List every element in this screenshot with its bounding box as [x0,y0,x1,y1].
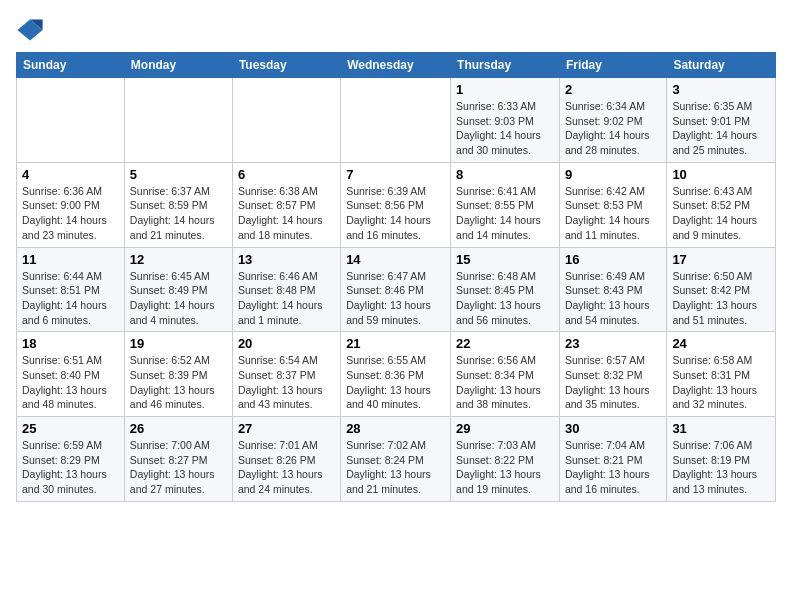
day-number: 26 [130,421,227,436]
day-info: Sunrise: 6:33 AMSunset: 9:03 PMDaylight:… [456,99,554,158]
day-number: 30 [565,421,661,436]
calendar-cell: 1Sunrise: 6:33 AMSunset: 9:03 PMDaylight… [451,78,560,163]
calendar-cell: 13Sunrise: 6:46 AMSunset: 8:48 PMDayligh… [232,247,340,332]
calendar-cell: 30Sunrise: 7:04 AMSunset: 8:21 PMDayligh… [559,417,666,502]
day-info: Sunrise: 6:37 AMSunset: 8:59 PMDaylight:… [130,184,227,243]
calendar-cell: 7Sunrise: 6:39 AMSunset: 8:56 PMDaylight… [341,162,451,247]
day-number: 13 [238,252,335,267]
calendar-cell: 28Sunrise: 7:02 AMSunset: 8:24 PMDayligh… [341,417,451,502]
day-info: Sunrise: 6:49 AMSunset: 8:43 PMDaylight:… [565,269,661,328]
day-number: 4 [22,167,119,182]
day-number: 5 [130,167,227,182]
day-number: 12 [130,252,227,267]
day-number: 15 [456,252,554,267]
day-number: 14 [346,252,445,267]
calendar-cell: 17Sunrise: 6:50 AMSunset: 8:42 PMDayligh… [667,247,776,332]
day-info: Sunrise: 6:38 AMSunset: 8:57 PMDaylight:… [238,184,335,243]
day-number: 6 [238,167,335,182]
day-number: 24 [672,336,770,351]
day-number: 21 [346,336,445,351]
day-number: 22 [456,336,554,351]
day-info: Sunrise: 6:57 AMSunset: 8:32 PMDaylight:… [565,353,661,412]
day-info: Sunrise: 6:51 AMSunset: 8:40 PMDaylight:… [22,353,119,412]
calendar-cell: 20Sunrise: 6:54 AMSunset: 8:37 PMDayligh… [232,332,340,417]
logo [16,16,48,44]
day-info: Sunrise: 7:00 AMSunset: 8:27 PMDaylight:… [130,438,227,497]
calendar-cell: 31Sunrise: 7:06 AMSunset: 8:19 PMDayligh… [667,417,776,502]
calendar-cell: 5Sunrise: 6:37 AMSunset: 8:59 PMDaylight… [124,162,232,247]
day-info: Sunrise: 6:55 AMSunset: 8:36 PMDaylight:… [346,353,445,412]
day-number: 31 [672,421,770,436]
day-info: Sunrise: 6:43 AMSunset: 8:52 PMDaylight:… [672,184,770,243]
day-number: 25 [22,421,119,436]
calendar-cell: 14Sunrise: 6:47 AMSunset: 8:46 PMDayligh… [341,247,451,332]
day-info: Sunrise: 7:06 AMSunset: 8:19 PMDaylight:… [672,438,770,497]
day-number: 28 [346,421,445,436]
calendar-cell: 3Sunrise: 6:35 AMSunset: 9:01 PMDaylight… [667,78,776,163]
calendar-cell: 8Sunrise: 6:41 AMSunset: 8:55 PMDaylight… [451,162,560,247]
day-info: Sunrise: 6:45 AMSunset: 8:49 PMDaylight:… [130,269,227,328]
calendar-cell: 12Sunrise: 6:45 AMSunset: 8:49 PMDayligh… [124,247,232,332]
calendar-cell [232,78,340,163]
calendar-cell: 23Sunrise: 6:57 AMSunset: 8:32 PMDayligh… [559,332,666,417]
day-number: 10 [672,167,770,182]
calendar-cell: 25Sunrise: 6:59 AMSunset: 8:29 PMDayligh… [17,417,125,502]
day-number: 19 [130,336,227,351]
calendar-cell: 9Sunrise: 6:42 AMSunset: 8:53 PMDaylight… [559,162,666,247]
day-info: Sunrise: 6:44 AMSunset: 8:51 PMDaylight:… [22,269,119,328]
day-number: 8 [456,167,554,182]
weekday-header-friday: Friday [559,53,666,78]
calendar-cell [17,78,125,163]
calendar-cell: 4Sunrise: 6:36 AMSunset: 9:00 PMDaylight… [17,162,125,247]
day-info: Sunrise: 6:46 AMSunset: 8:48 PMDaylight:… [238,269,335,328]
day-info: Sunrise: 6:41 AMSunset: 8:55 PMDaylight:… [456,184,554,243]
calendar-cell: 15Sunrise: 6:48 AMSunset: 8:45 PMDayligh… [451,247,560,332]
day-number: 16 [565,252,661,267]
day-number: 9 [565,167,661,182]
day-info: Sunrise: 7:04 AMSunset: 8:21 PMDaylight:… [565,438,661,497]
calendar-cell: 29Sunrise: 7:03 AMSunset: 8:22 PMDayligh… [451,417,560,502]
calendar-table: SundayMondayTuesdayWednesdayThursdayFrid… [16,52,776,502]
day-number: 18 [22,336,119,351]
calendar-cell: 22Sunrise: 6:56 AMSunset: 8:34 PMDayligh… [451,332,560,417]
day-info: Sunrise: 6:56 AMSunset: 8:34 PMDaylight:… [456,353,554,412]
day-info: Sunrise: 6:36 AMSunset: 9:00 PMDaylight:… [22,184,119,243]
day-info: Sunrise: 6:42 AMSunset: 8:53 PMDaylight:… [565,184,661,243]
day-info: Sunrise: 7:01 AMSunset: 8:26 PMDaylight:… [238,438,335,497]
day-number: 7 [346,167,445,182]
page-header [16,16,776,44]
calendar-week-row: 1Sunrise: 6:33 AMSunset: 9:03 PMDaylight… [17,78,776,163]
calendar-cell: 6Sunrise: 6:38 AMSunset: 8:57 PMDaylight… [232,162,340,247]
calendar-cell [341,78,451,163]
day-info: Sunrise: 7:03 AMSunset: 8:22 PMDaylight:… [456,438,554,497]
day-number: 1 [456,82,554,97]
day-number: 29 [456,421,554,436]
day-info: Sunrise: 6:35 AMSunset: 9:01 PMDaylight:… [672,99,770,158]
day-number: 17 [672,252,770,267]
day-number: 27 [238,421,335,436]
calendar-cell: 18Sunrise: 6:51 AMSunset: 8:40 PMDayligh… [17,332,125,417]
day-info: Sunrise: 6:52 AMSunset: 8:39 PMDaylight:… [130,353,227,412]
day-number: 3 [672,82,770,97]
weekday-header-saturday: Saturday [667,53,776,78]
weekday-header-wednesday: Wednesday [341,53,451,78]
day-info: Sunrise: 6:54 AMSunset: 8:37 PMDaylight:… [238,353,335,412]
weekday-header-tuesday: Tuesday [232,53,340,78]
day-info: Sunrise: 6:50 AMSunset: 8:42 PMDaylight:… [672,269,770,328]
calendar-week-row: 4Sunrise: 6:36 AMSunset: 9:00 PMDaylight… [17,162,776,247]
day-info: Sunrise: 6:39 AMSunset: 8:56 PMDaylight:… [346,184,445,243]
day-info: Sunrise: 6:48 AMSunset: 8:45 PMDaylight:… [456,269,554,328]
calendar-cell: 10Sunrise: 6:43 AMSunset: 8:52 PMDayligh… [667,162,776,247]
weekday-header-monday: Monday [124,53,232,78]
calendar-cell: 19Sunrise: 6:52 AMSunset: 8:39 PMDayligh… [124,332,232,417]
day-info: Sunrise: 6:34 AMSunset: 9:02 PMDaylight:… [565,99,661,158]
day-info: Sunrise: 6:58 AMSunset: 8:31 PMDaylight:… [672,353,770,412]
calendar-header-row: SundayMondayTuesdayWednesdayThursdayFrid… [17,53,776,78]
day-number: 2 [565,82,661,97]
calendar-cell: 24Sunrise: 6:58 AMSunset: 8:31 PMDayligh… [667,332,776,417]
calendar-cell: 26Sunrise: 7:00 AMSunset: 8:27 PMDayligh… [124,417,232,502]
calendar-cell: 16Sunrise: 6:49 AMSunset: 8:43 PMDayligh… [559,247,666,332]
day-number: 11 [22,252,119,267]
day-info: Sunrise: 6:59 AMSunset: 8:29 PMDaylight:… [22,438,119,497]
day-info: Sunrise: 6:47 AMSunset: 8:46 PMDaylight:… [346,269,445,328]
